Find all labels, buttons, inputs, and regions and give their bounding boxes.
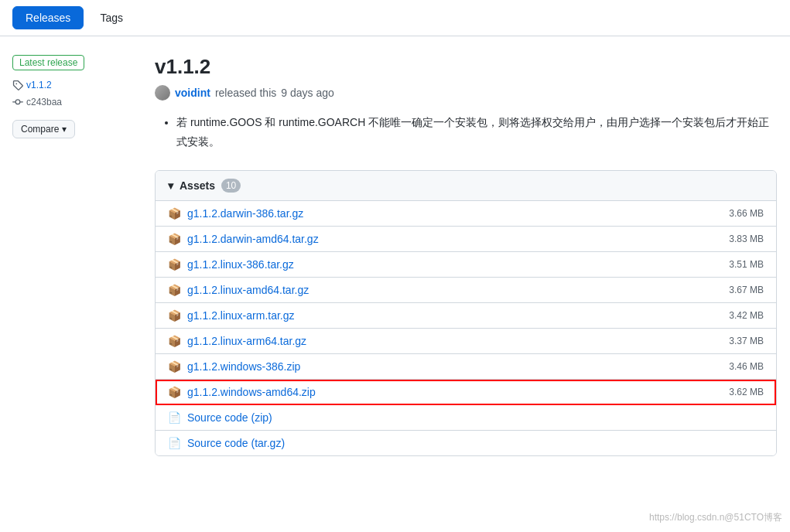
- release-time: 9 days ago: [281, 87, 334, 99]
- compare-button[interactable]: Compare ▾: [12, 120, 75, 138]
- asset-file-link-7[interactable]: g1.1.2.windows-386.zip: [187, 360, 723, 373]
- asset-file-link-2[interactable]: g1.1.2.darwin-amd64.tar.gz: [187, 233, 723, 245]
- source-code-row-2: 📄 Source code (tar.gz): [156, 431, 776, 455]
- asset-file-link-1[interactable]: g1.1.2.darwin-386.tar.gz: [187, 207, 723, 220]
- release-meta: voidint released this 9 days ago: [155, 85, 777, 101]
- asset-file-row-1: 📦 g1.1.2.darwin-386.tar.gz 3.66 MB: [156, 201, 776, 227]
- asset-file-row-2: 📦 g1.1.2.darwin-amd64.tar.gz 3.83 MB: [156, 227, 776, 252]
- asset-file-link-8[interactable]: g1.1.2.windows-amd64.zip: [187, 386, 723, 398]
- file-icon: 📦: [168, 258, 181, 271]
- asset-file-row-5: 📦 g1.1.2.linux-arm.tar.gz 3.42 MB: [156, 303, 776, 329]
- source-link-2[interactable]: Source code (tar.gz): [187, 437, 285, 449]
- sidebar: Latest release v1.1.2 c243baa Compare ▾: [12, 55, 136, 456]
- commit-label: c243baa: [26, 97, 62, 107]
- asset-file-size-1: 3.66 MB: [729, 208, 764, 219]
- file-icon: 📦: [168, 360, 181, 373]
- asset-file-link-4[interactable]: g1.1.2.linux-amd64.tar.gz: [187, 284, 723, 296]
- releases-tab[interactable]: Releases: [12, 6, 84, 29]
- avatar: [155, 85, 170, 101]
- tag-icon: [12, 80, 23, 90]
- asset-file-row-3: 📦 g1.1.2.linux-386.tar.gz 3.51 MB: [156, 252, 776, 278]
- file-icon: 📦: [168, 335, 181, 347]
- file-icon: 📦: [168, 284, 181, 296]
- file-icon: 📦: [168, 233, 181, 245]
- sidebar-tag[interactable]: v1.1.2: [12, 80, 136, 90]
- assets-section: ▾ Assets 10 📦 g1.1.2.darwin-386.tar.gz 3…: [155, 170, 777, 456]
- asset-file-row-7: 📦 g1.1.2.windows-386.zip 3.46 MB: [156, 354, 776, 380]
- source-code-row-1: 📄 Source code (zip): [156, 405, 776, 431]
- asset-file-link-6[interactable]: g1.1.2.linux-arm64.tar.gz: [187, 335, 723, 347]
- asset-file-size-3: 3.51 MB: [729, 259, 764, 270]
- asset-file-row-6: 📦 g1.1.2.linux-arm64.tar.gz 3.37 MB: [156, 329, 776, 354]
- assets-count: 10: [221, 179, 241, 193]
- asset-file-link-3[interactable]: g1.1.2.linux-386.tar.gz: [187, 258, 723, 271]
- asset-file-size-6: 3.37 MB: [729, 336, 764, 346]
- source-link-1[interactable]: Source code (zip): [187, 411, 272, 424]
- assets-label: Assets: [180, 179, 215, 192]
- source-icon: 📄: [168, 437, 181, 449]
- assets-header: ▾ Assets 10: [156, 171, 776, 201]
- file-icon: 📦: [168, 386, 181, 398]
- chevron-down-icon: ▾: [62, 124, 67, 135]
- release-version: v1.1.2: [155, 55, 777, 79]
- file-icon: 📦: [168, 309, 181, 322]
- release-author[interactable]: voidint: [175, 87, 210, 99]
- asset-file-size-7: 3.46 MB: [729, 361, 764, 372]
- asset-file-row-8: 📦 g1.1.2.windows-amd64.zip 3.62 MB: [156, 380, 776, 405]
- commit-icon: [12, 97, 23, 107]
- asset-file-size-8: 3.62 MB: [729, 387, 764, 397]
- tags-tab[interactable]: Tags: [87, 6, 136, 29]
- chevron-down-icon: ▾: [168, 179, 173, 192]
- asset-file-size-2: 3.83 MB: [729, 234, 764, 244]
- tabs-container: Releases Tags: [0, 0, 790, 36]
- sidebar-commit: c243baa: [12, 97, 136, 107]
- release-notes: 若 runtime.GOOS 和 runtime.GOARCH 不能唯一确定一个…: [155, 113, 777, 152]
- release-content: v1.1.2 voidint released this 9 days ago …: [155, 55, 777, 456]
- main-layout: Latest release v1.1.2 c243baa Compare ▾ …: [0, 36, 789, 475]
- asset-file-size-4: 3.67 MB: [729, 285, 764, 295]
- compare-label: Compare: [21, 124, 59, 135]
- file-icon: 📦: [168, 207, 181, 220]
- asset-file-size-5: 3.42 MB: [729, 310, 764, 321]
- tag-label: v1.1.2: [26, 80, 52, 90]
- release-action: released this: [215, 87, 276, 99]
- asset-file-row-4: 📦 g1.1.2.linux-amd64.tar.gz 3.67 MB: [156, 278, 776, 303]
- latest-release-badge: Latest release: [12, 55, 84, 70]
- release-note-item: 若 runtime.GOOS 和 runtime.GOARCH 不能唯一确定一个…: [176, 113, 777, 152]
- source-icon: 📄: [168, 411, 181, 424]
- asset-file-link-5[interactable]: g1.1.2.linux-arm.tar.gz: [187, 309, 723, 322]
